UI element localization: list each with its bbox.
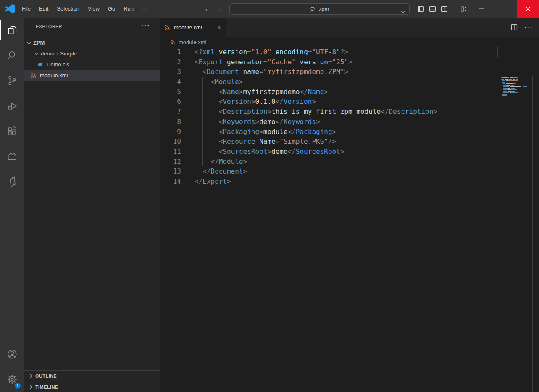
toggle-secondary-sidebar-icon[interactable] <box>441 5 448 13</box>
code-line-7[interactable]: 7<Description>this is my first zpm modul… <box>160 107 498 117</box>
line-number: 13 <box>160 166 195 176</box>
files-icon <box>7 25 18 36</box>
activity-run-debug-button[interactable] <box>0 93 24 118</box>
activity-extensions-button[interactable] <box>0 118 24 144</box>
toggle-sidebar-icon[interactable] <box>417 5 424 13</box>
activity-explorer-button[interactable] <box>0 18 24 43</box>
toggle-panel-icon[interactable] <box>429 5 436 13</box>
explorer-header: EXPLORER ··· <box>24 18 160 37</box>
code-line-11[interactable]: 11<SourcesRoot>demo</SourcesRoot> <box>160 147 498 157</box>
code-line-content: </Module> <box>195 157 498 167</box>
menu-more[interactable]: ··· <box>138 3 152 15</box>
section-label: TIMELINE <box>35 384 58 389</box>
accounts-button[interactable] <box>0 342 24 367</box>
indent-guide <box>202 137 210 147</box>
code-line-14[interactable]: 14</Export> <box>160 176 498 187</box>
editor-actions: ··· <box>511 18 533 37</box>
menu-edit[interactable]: Edit <box>35 3 53 15</box>
line-number: 2 <box>160 57 195 67</box>
title-bar: FileEditSelectionViewGoRun··· ← → zpm <box>0 0 539 18</box>
code-line-9[interactable]: 9<Packaging>module</Packaging> <box>160 127 498 137</box>
close-tab-icon[interactable] <box>217 25 221 30</box>
activity-source-control-button[interactable] <box>0 68 24 93</box>
code-line-1[interactable]: 1<?xml version="1.0" encoding="UTF-8"?> <box>160 47 498 57</box>
line-number: 10 <box>160 137 195 147</box>
indent-guide <box>195 97 202 107</box>
indent-guide <box>195 67 202 77</box>
line-number: 5 <box>160 87 195 97</box>
toolbox-icon <box>7 151 18 162</box>
code-lines[interactable]: 1<?xml version="1.0" encoding="UTF-8"?>2… <box>160 47 498 187</box>
explorer-title: EXPLORER <box>36 24 62 29</box>
code-line-8[interactable]: 8<Keywords>demo</Keywords> <box>160 117 498 127</box>
code-line-6[interactable]: 6<Version>0.1.0</Version> <box>160 97 498 107</box>
tab-module-xml[interactable]: module.xml <box>160 18 226 37</box>
tree-item-zpm-root[interactable]: ZPM <box>24 37 160 48</box>
code-line-content: <Document name="myfirstzpmdemo.ZPM"> <box>195 67 498 77</box>
timeline-section[interactable]: TIMELINE <box>24 381 160 392</box>
code-line-content: <Version>0.1.0</Version> <box>195 97 498 107</box>
objectscript-icon <box>7 176 18 187</box>
vscode-window: FileEditSelectionViewGoRun··· ← → zpm <box>0 0 539 392</box>
indent-guide <box>195 147 202 157</box>
code-line-content: <Packaging>module</Packaging> <box>195 127 498 137</box>
chevron-down-icon[interactable] <box>402 8 404 14</box>
chevron-down-icon <box>27 41 31 44</box>
indent-guide <box>202 157 210 167</box>
command-center[interactable]: zpm <box>229 3 410 15</box>
tree-item-demo-cls[interactable]: Demo.cls <box>24 59 160 70</box>
tree-item-demo-simple-folder[interactable]: demo\Simple <box>24 48 160 59</box>
minimize-button[interactable] <box>470 0 493 18</box>
indent-guide <box>211 127 219 137</box>
menu-go[interactable]: Go <box>104 3 119 15</box>
code-line-3[interactable]: 3<Document name="myfirstzpmdemo.ZPM"> <box>160 67 498 77</box>
code-line-12[interactable]: 12</Module> <box>160 157 498 167</box>
tab-label: module.xml <box>174 24 202 31</box>
vscode-logo-icon <box>5 4 15 13</box>
indent-guide <box>202 87 210 97</box>
indent-guide <box>202 97 210 107</box>
settings-badge: 1 <box>14 382 21 389</box>
code-line-4[interactable]: 4<Module> <box>160 77 498 87</box>
menu-file[interactable]: File <box>18 3 35 15</box>
line-number: 11 <box>160 147 195 157</box>
indent-guide <box>195 166 202 176</box>
editor-group: module.xml ··· <box>160 18 539 392</box>
code-line-content: <SourcesRoot>demo</SourcesRoot> <box>195 147 498 157</box>
code-line-2[interactable]: 2<Export generator="Cache" version="25"> <box>160 57 498 67</box>
code-line-10[interactable]: 10<Resource Name="Simple.PKG"/> <box>160 137 498 147</box>
search-icon <box>310 6 316 12</box>
code-line-content: <Name>myfirstzpmdemo</Name> <box>195 87 498 97</box>
line-number: 3 <box>160 67 195 77</box>
code-line-13[interactable]: 13</Document> <box>160 166 498 176</box>
activity-search-button[interactable] <box>0 43 24 68</box>
maximize-button[interactable] <box>493 0 517 18</box>
breadcrumb[interactable]: module.xml <box>160 37 539 47</box>
settings-button[interactable]: 1 <box>0 367 24 392</box>
customize-layout-icon[interactable] <box>460 5 467 13</box>
minimap[interactable] <box>499 76 529 103</box>
back-arrow-icon[interactable]: ← <box>204 5 211 13</box>
menu-view[interactable]: View <box>84 3 104 15</box>
chevron-right-icon <box>29 385 32 388</box>
split-editor-icon[interactable] <box>511 24 518 31</box>
line-number: 6 <box>160 97 195 107</box>
close-button[interactable] <box>517 0 539 18</box>
command-center-query: zpm <box>319 6 329 12</box>
activity-bar: 1 <box>0 18 24 392</box>
activity-intersystems-tools-button[interactable] <box>0 144 24 169</box>
menu-run[interactable]: Run <box>119 3 138 15</box>
outline-section[interactable]: OUTLINE <box>24 370 160 381</box>
more-actions-icon[interactable]: ··· <box>524 24 533 31</box>
xml-file-icon <box>164 24 171 31</box>
indent-guide <box>202 127 210 137</box>
activity-objectscript-button[interactable] <box>0 169 24 194</box>
code-region: 1<?xml version="1.0" encoding="UTF-8"?>2… <box>160 47 539 392</box>
tree-item-module-xml[interactable]: module.xml <box>24 70 160 81</box>
file-label: module.xml <box>40 72 68 79</box>
line-number: 8 <box>160 117 195 127</box>
layout-controls <box>417 0 467 18</box>
menu-selection[interactable]: Selection <box>53 3 83 15</box>
code-line-5[interactable]: 5<Name>myfirstzpmdemo</Name> <box>160 87 498 97</box>
explorer-more-actions[interactable]: ··· <box>141 22 150 29</box>
